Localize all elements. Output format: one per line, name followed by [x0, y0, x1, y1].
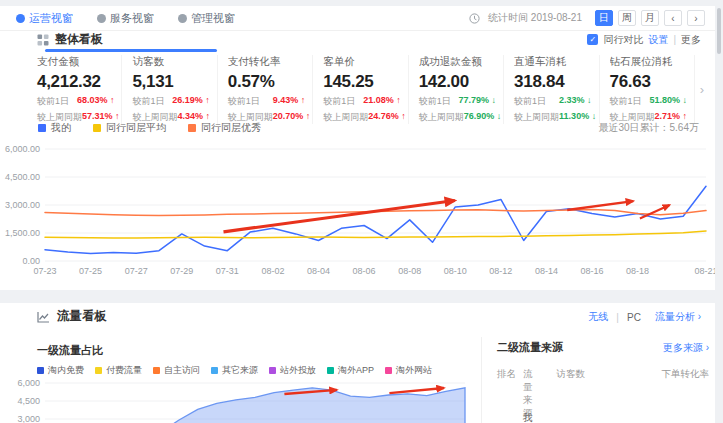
legend-item-taowai-app[interactable]: 淘外APP	[327, 364, 374, 377]
svg-text:4,500: 4,500	[17, 396, 40, 406]
traffic-area-chart[interactable]: 6,0004,5003,000	[0, 377, 470, 423]
primary-traffic-title: 一级流量占比	[37, 343, 103, 358]
metric-card-zuanshi-spend[interactable]: 钻石展位消耗 76.63 较前1日51.80% ↓ 较上周同期2.71% ↑	[600, 55, 695, 124]
delta-row: 较上周同期11.30% ↓	[514, 111, 591, 124]
period-week-button[interactable]: 周	[618, 10, 636, 26]
period-month-button[interactable]: 月	[641, 10, 659, 26]
delta-label: 较前1日	[610, 95, 642, 108]
scrollbar-thumb[interactable]	[717, 8, 721, 54]
legend-item-paid-traffic[interactable]: 付费流量	[95, 364, 142, 377]
metric-cards-row: 支付金额 4,212.32 较前1日68.03% ↑ 较上周同期57.31% ↑…	[37, 55, 709, 124]
delta-row: 较前1日68.03% ↑	[37, 95, 114, 108]
legend-swatch	[188, 124, 196, 132]
card-value: 5,131	[132, 72, 209, 92]
trend-line-chart[interactable]: 6,000.004,500.003,000.001,500.000.0007-2…	[0, 137, 723, 282]
service-view-icon	[97, 14, 106, 23]
card-value: 4,212.32	[37, 72, 114, 92]
delta-value: 11.30% ↓	[559, 111, 596, 124]
metric-card-visitors[interactable]: 访客数 5,131 较前1日26.19% ↑ 较上周同期4.34% ↑	[122, 55, 217, 124]
peer-compare-checkbox[interactable]: ✓	[587, 34, 598, 45]
more-sources-label: 更多来源	[663, 342, 703, 353]
svg-text:1,500.00: 1,500.00	[5, 228, 40, 238]
card-title: 支付转化率	[228, 55, 305, 69]
delta-value: 26.19% ↑	[172, 95, 210, 108]
legend-swatch	[269, 367, 276, 374]
delta-label: 较前1日	[228, 95, 260, 108]
legend-item-other-sources[interactable]: 其它来源	[211, 364, 258, 377]
delta-row: 较前1日21.08% ↑	[323, 95, 400, 108]
tab-operations-view[interactable]: 运营视窗	[16, 11, 73, 26]
source-cell: 我的淘宝	[523, 411, 535, 423]
delta-label: 较前1日	[323, 95, 355, 108]
legend-item-direct-visit[interactable]: 自主访问	[153, 364, 200, 377]
period-day-button[interactable]: 日	[595, 10, 613, 26]
legend-label: 付费流量	[106, 364, 142, 377]
delta-row: 较前1日77.79% ↓	[419, 95, 496, 108]
legend-label: 其它来源	[222, 364, 258, 377]
more-sources-link[interactable]: 更多来源 ›	[663, 341, 709, 355]
delta-value: 51.80% ↓	[649, 95, 687, 108]
compare-more-link[interactable]: 更多	[681, 33, 701, 47]
compare-settings-link[interactable]: 设置	[648, 33, 668, 47]
panel-divider	[481, 337, 482, 423]
legend-item-mine[interactable]: 我的	[38, 121, 71, 135]
traffic-analysis-label: 流量分析	[655, 311, 695, 322]
metric-card-refund-amount[interactable]: 成功退款金额 142.00 较前1日77.79% ↓ 较上周同期76.90% ↓	[409, 55, 504, 124]
svg-text:08-10: 08-10	[444, 266, 467, 276]
cards-next-icon[interactable]: ›	[695, 55, 709, 124]
line-chart-icon	[37, 311, 50, 323]
svg-text:08-04: 08-04	[307, 266, 330, 276]
active-tab-indicator	[45, 49, 217, 52]
delta-value: 2.33% ↓	[559, 95, 592, 108]
scrollbar-track[interactable]	[715, 0, 723, 423]
legend-item-taonei-free[interactable]: 淘内免费	[37, 364, 84, 377]
date-next-button[interactable]: ›	[687, 10, 705, 26]
delta-row: 较前1日2.33% ↓	[514, 95, 591, 108]
delta-label: 较前1日	[132, 95, 164, 108]
legend-item-peer-excellent[interactable]: 同行同层优秀	[188, 121, 261, 135]
toggle-pc[interactable]: PC	[627, 312, 641, 323]
metric-card-payment-amount[interactable]: 支付金额 4,212.32 较前1日68.03% ↑ 较上周同期57.31% ↑	[37, 55, 122, 124]
svg-text:08-12: 08-12	[489, 266, 512, 276]
legend-swatch	[385, 367, 392, 374]
delta-value: 68.03% ↑	[77, 95, 115, 108]
legend-swatch	[93, 124, 101, 132]
traffic-analysis-link[interactable]: 流量分析 ›	[655, 310, 701, 324]
stat-time-label: 统计时间 2019-08-21	[488, 11, 582, 25]
card-title: 成功退款金额	[419, 55, 496, 69]
legend-item-peer-average[interactable]: 同行同层平均	[93, 121, 166, 135]
metric-card-zhitongche-spend[interactable]: 直通车消耗 318.84 较前1日2.33% ↓ 较上周同期11.30% ↓	[504, 55, 599, 124]
legend-item-taowai-web[interactable]: 淘外网站	[385, 364, 432, 377]
legend-item-offsite-ads[interactable]: 站外投放	[269, 364, 316, 377]
delta-row: 较上周同期24.76% ↑	[323, 111, 400, 124]
metric-card-conversion-rate[interactable]: 支付转化率 0.57% 较前1日9.43% ↑ 较上周同期20.70% ↑	[218, 55, 313, 124]
tab-label: 运营视窗	[29, 11, 73, 26]
delta-value: 76.90% ↓	[464, 111, 502, 124]
delta-label: 较前1日	[514, 95, 546, 108]
overview-section-title: 整体看板	[55, 31, 103, 48]
legend-label: 同行同层平均	[106, 121, 166, 135]
secondary-sources-panel: 二级流量来源 更多来源 › 排名 流量来源 访客数 下单转化率 1 我的淘宝 2…	[497, 340, 709, 423]
svg-text:6,000.00: 6,000.00	[5, 144, 40, 154]
delta-row: 较前1日51.80% ↓	[610, 95, 687, 108]
tab-service-view[interactable]: 服务视窗	[97, 11, 154, 26]
card-value: 145.25	[323, 72, 400, 92]
svg-text:07-23: 07-23	[33, 266, 56, 276]
tab-management-view[interactable]: 管理视窗	[178, 11, 235, 26]
toggle-wireless[interactable]: 无线	[588, 310, 608, 324]
svg-text:3,000: 3,000	[17, 414, 40, 423]
legend-swatch	[211, 367, 218, 374]
card-value: 318.84	[514, 72, 591, 92]
metric-card-avg-order-value[interactable]: 客单价 145.25 较前1日21.08% ↑ 较上周同期24.76% ↑	[313, 55, 408, 124]
svg-text:08-08: 08-08	[398, 266, 421, 276]
svg-text:3,000.00: 3,000.00	[5, 200, 40, 210]
delta-label: 较前1日	[419, 95, 451, 108]
legend-label: 淘外网站	[396, 364, 432, 377]
card-title: 钻石展位消耗	[610, 55, 687, 69]
legend-label: 淘外APP	[338, 364, 374, 377]
card-value: 76.63	[610, 72, 687, 92]
date-prev-button[interactable]: ‹	[664, 10, 682, 26]
section-divider-band	[0, 290, 715, 303]
management-view-icon	[178, 14, 187, 23]
legend-label: 我的	[51, 121, 71, 135]
